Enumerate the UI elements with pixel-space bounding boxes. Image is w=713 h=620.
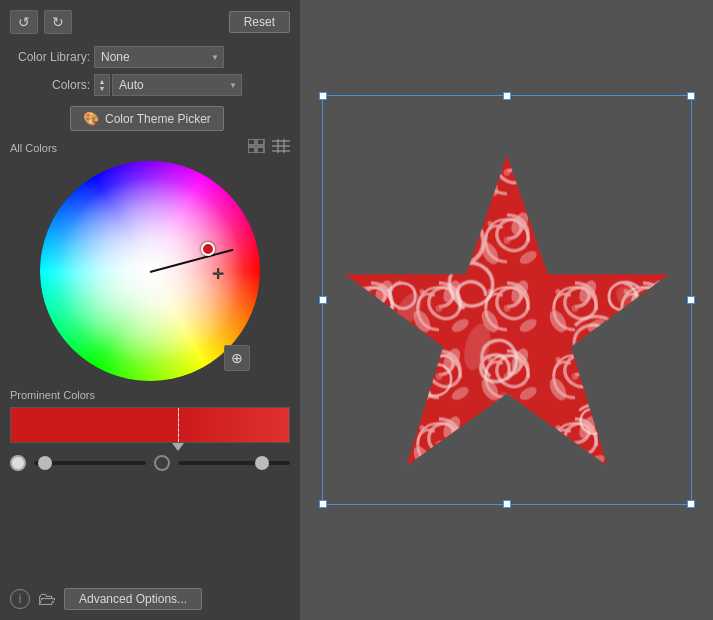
radio-button-1[interactable] [10,455,26,471]
svg-rect-3 [257,147,264,153]
color-wheel-container[interactable]: ✛ ⊕ [40,161,260,381]
handle-top-middle[interactable] [503,92,511,100]
svg-rect-1 [257,139,264,145]
advanced-options-button[interactable]: Advanced Options... [64,588,202,610]
handle-middle-right[interactable] [687,296,695,304]
svg-rect-2 [248,147,255,153]
svg-point-21 [575,346,625,389]
slider-thumb-2[interactable] [255,456,269,470]
prominent-color-bar[interactable] [10,407,290,443]
view-icons [248,139,290,157]
folder-button[interactable]: 🗁 [38,589,56,610]
prominent-label: Prominent Colors [10,389,290,401]
color-library-select-wrapper: None [94,46,224,68]
all-colors-label: All Colors [10,142,57,154]
handle-top-left[interactable] [319,92,327,100]
info-icon: i [19,592,22,606]
star-container [332,105,682,495]
radio-button-2[interactable] [154,455,170,471]
slider-track-1[interactable] [34,461,146,465]
all-colors-header: All Colors [10,139,290,157]
color-marker[interactable] [201,242,215,256]
svg-point-19 [558,203,607,261]
redo-icon: ↻ [52,14,64,30]
colors-select-wrapper: Auto [112,74,242,96]
canvas-area [322,95,692,525]
sliders-row [10,455,290,471]
color-theme-picker-button[interactable]: 🎨 Color Theme Picker [70,106,224,131]
star-svg [337,130,677,470]
slider-thumb-1[interactable] [38,456,52,470]
undo-icon: ↺ [18,14,30,30]
grid-view-icon[interactable] [248,139,266,157]
redo-button[interactable]: ↻ [44,10,72,34]
prominent-bar-container [10,407,290,443]
left-panel: ↺ ↻ Reset Color Library: None Colors: ▲ … [0,0,300,620]
handle-top-right[interactable] [687,92,695,100]
bar-divider [178,408,179,442]
eyedropper-icon: 🎨 [83,111,99,126]
crosshair-icon: ✛ [212,266,224,282]
info-button[interactable]: i [10,589,30,609]
reset-button[interactable]: Reset [229,11,290,33]
colors-row: Colors: ▲ ▼ Auto [10,74,290,96]
list-view-icon[interactable] [272,139,290,157]
color-library-select[interactable]: None [94,46,224,68]
undo-button[interactable]: ↺ [10,10,38,34]
right-panel [300,0,713,620]
handle-bottom-middle[interactable] [503,500,511,508]
handle-middle-left[interactable] [319,296,327,304]
slider-track-2[interactable] [178,461,290,465]
theme-picker-label: Color Theme Picker [105,112,211,126]
colors-select-group: ▲ ▼ Auto [94,74,242,96]
handle-bottom-left[interactable] [319,500,327,508]
bottom-bar: i 🗁 Advanced Options... [10,588,290,610]
colors-label: Colors: [10,78,90,92]
svg-rect-0 [248,139,255,145]
link-button[interactable]: ⊕ [224,345,250,371]
bar-slider-thumb[interactable] [172,443,184,451]
colors-select[interactable]: Auto [112,74,242,96]
toolbar: ↺ ↻ Reset [10,10,290,34]
colors-spin-buttons[interactable]: ▲ ▼ [94,74,110,96]
handle-bottom-right[interactable] [687,500,695,508]
color-library-row: Color Library: None [10,46,290,68]
color-library-label: Color Library: [10,50,90,64]
